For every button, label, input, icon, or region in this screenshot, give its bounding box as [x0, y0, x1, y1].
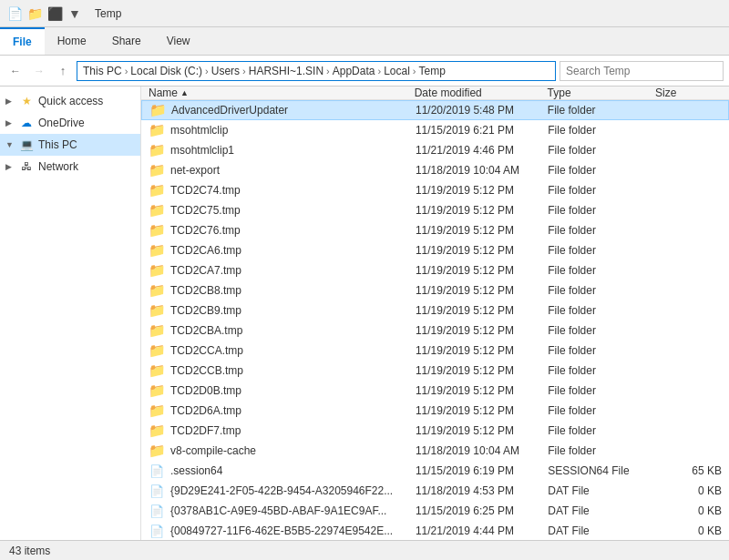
star-icon: ★: [18, 93, 35, 109]
search-input[interactable]: [566, 65, 717, 77]
file-type: File folder: [548, 264, 655, 277]
file-date: 11/19/2019 5:12 PM: [416, 284, 548, 297]
dropdown-arrow-icon[interactable]: ▼: [67, 6, 82, 21]
folder-icon: 📁: [149, 382, 166, 399]
file-name: TCD2C75.tmp: [170, 204, 416, 217]
file-icon-cell: 📁: [149, 242, 165, 259]
table-row[interactable]: 📁 TCD2D6A.tmp 11/19/2019 5:12 PM File fo…: [141, 401, 729, 421]
file-type: DAT File: [548, 504, 655, 517]
sidebar-item-quick-access[interactable]: ▶ ★ Quick access: [0, 90, 140, 112]
path-temp: Temp: [419, 65, 446, 77]
column-header-size[interactable]: Size: [655, 87, 722, 99]
address-bar-area: ← → ↑ This PC › Local Disk (C:) › Users …: [0, 56, 729, 87]
file-icon-cell: 📁: [149, 182, 165, 199]
file-size: 0 KB: [655, 484, 722, 497]
folder-icon: 📁: [149, 142, 166, 158]
table-row[interactable]: 📁 TCD2CA6.tmp 11/19/2019 5:12 PM File fo…: [141, 240, 729, 260]
file-icon-cell: 📁: [149, 342, 165, 359]
table-row[interactable]: 📁 TCD2CCA.tmp 11/19/2019 5:12 PM File fo…: [141, 341, 729, 361]
folder-icon: 📁: [149, 182, 166, 199]
table-row[interactable]: 📁 msohtmlclip 11/15/2019 6:21 PM File fo…: [141, 120, 729, 140]
path-local: Local: [384, 65, 410, 77]
table-row[interactable]: 📁 TCD2CCB.tmp 11/19/2019 5:12 PM File fo…: [141, 361, 729, 381]
folder-icon: 📁: [149, 262, 166, 279]
forward-button[interactable]: →: [29, 61, 49, 81]
file-date: 11/19/2019 5:12 PM: [416, 324, 548, 337]
table-row[interactable]: 📁 TCD2DF7.tmp 11/19/2019 5:12 PM File fo…: [141, 421, 729, 441]
file-icon-cell: 📁: [149, 282, 165, 299]
table-row[interactable]: 📁 TCD2CB9.tmp 11/19/2019 5:12 PM File fo…: [141, 300, 729, 321]
table-row[interactable]: 📄 {00849727-11F6-462E-B5B5-22974E9542E..…: [141, 521, 729, 540]
table-row[interactable]: 📁 TCD2C76.tmp 11/19/2019 5:12 PM File fo…: [141, 220, 729, 240]
expand-arrow-icon: ▶: [5, 162, 16, 171]
file-icon-cell: 📁: [149, 443, 165, 459]
table-row[interactable]: 📁 AdvancedDriverUpdater 11/20/2019 5:48 …: [141, 100, 729, 120]
search-box[interactable]: [560, 61, 724, 81]
sidebar-item-label: Quick access: [38, 95, 103, 107]
folder-icon: 📁: [149, 102, 167, 118]
network-icon: 🖧: [18, 158, 35, 175]
up-button[interactable]: ↑: [53, 61, 73, 81]
folder-icon: 📁: [149, 362, 166, 379]
file-icon-cell: 📁: [149, 382, 165, 399]
file-icon-cell: 📁: [149, 142, 165, 158]
folder-icon: 📁: [149, 302, 166, 319]
file-type: File folder: [548, 364, 655, 377]
table-row[interactable]: 📁 TCD2CBA.tmp 11/19/2019 5:12 PM File fo…: [141, 321, 729, 341]
back-button[interactable]: ←: [5, 61, 26, 81]
file-type: File folder: [548, 404, 655, 417]
file-type: File folder: [548, 164, 655, 177]
file-size: 65 KB: [655, 464, 722, 477]
file-name: msohtmlclip: [170, 124, 416, 137]
file-icon: 📄: [149, 524, 164, 538]
tab-view[interactable]: View: [154, 27, 203, 55]
column-header-name[interactable]: Name ▲: [149, 87, 415, 99]
file-date: 11/19/2019 5:12 PM: [416, 404, 548, 417]
file-date: 11/19/2019 5:12 PM: [416, 424, 548, 437]
table-row[interactable]: 📁 TCD2C74.tmp 11/19/2019 5:12 PM File fo…: [141, 180, 729, 200]
file-name: TCD2CCB.tmp: [170, 364, 416, 377]
file-icon-cell: 📁: [149, 122, 165, 138]
tab-file[interactable]: File: [0, 27, 45, 55]
folder-icon: 📁: [149, 122, 166, 138]
sidebar-item-this-pc[interactable]: ▼ 💻 This PC: [0, 134, 140, 156]
table-row[interactable]: 📁 TCD2CA7.tmp 11/19/2019 5:12 PM File fo…: [141, 260, 729, 280]
table-row[interactable]: 📁 net-export 11/18/2019 10:04 AM File fo…: [141, 160, 729, 180]
file-icon: 📄: [149, 464, 164, 478]
tab-share[interactable]: Share: [99, 27, 154, 55]
file-date: 11/20/2019 5:48 PM: [416, 104, 548, 117]
table-row[interactable]: 📄 {9D29E241-2F05-422B-9454-A3205946F22..…: [141, 481, 729, 501]
file-icon-cell: 📄: [149, 503, 165, 519]
file-name: TCD2C76.tmp: [170, 224, 416, 237]
column-header-type[interactable]: Type: [548, 87, 656, 99]
table-row[interactable]: 📁 TCD2CB8.tmp 11/19/2019 5:12 PM File fo…: [141, 280, 729, 300]
path-local-disk: Local Disk (C:): [130, 65, 202, 77]
file-date: 11/19/2019 5:12 PM: [416, 344, 548, 357]
table-row[interactable]: 📁 TCD2C75.tmp 11/19/2019 5:12 PM File fo…: [141, 200, 729, 220]
file-name: v8-compile-cache: [170, 444, 416, 457]
file-date: 11/19/2019 5:12 PM: [416, 224, 548, 237]
file-type: DAT File: [548, 524, 655, 537]
sidebar-item-network[interactable]: ▶ 🖧 Network: [0, 156, 140, 178]
sidebar-item-onedrive[interactable]: ▶ ☁ OneDrive: [0, 112, 140, 134]
file-date: 11/19/2019 5:12 PM: [416, 264, 548, 277]
table-row[interactable]: 📁 TCD2D0B.tmp 11/19/2019 5:12 PM File fo…: [141, 381, 729, 401]
file-type: File folder: [548, 304, 655, 317]
file-name: {00849727-11F6-462E-B5B5-22974E9542E...: [170, 524, 416, 537]
address-path[interactable]: This PC › Local Disk (C:) › Users › HARS…: [77, 61, 556, 81]
file-type: File folder: [548, 284, 655, 297]
file-rows-container: 📁 AdvancedDriverUpdater 11/20/2019 5:48 …: [141, 100, 729, 540]
column-header-date[interactable]: Date modified: [415, 87, 548, 99]
file-icon: 📄: [149, 484, 164, 498]
table-row[interactable]: 📁 v8-compile-cache 11/18/2019 10:04 AM F…: [141, 441, 729, 461]
table-row[interactable]: 📄 .session64 11/15/2019 6:19 PM SESSION6…: [141, 461, 729, 481]
file-size: 0 KB: [655, 524, 722, 537]
file-name: TCD2D6A.tmp: [170, 404, 416, 417]
tab-home[interactable]: Home: [45, 27, 99, 55]
expand-arrow-icon: ▼: [5, 140, 16, 149]
table-row[interactable]: 📄 {0378AB1C-A9E9-45BD-ABAF-9A1EC9AF... 1…: [141, 501, 729, 521]
file-icon-cell: 📁: [149, 423, 165, 439]
table-row[interactable]: 📁 msohtmlclip1 11/21/2019 4:46 PM File f…: [141, 140, 729, 160]
file-type: SESSION64 File: [548, 464, 655, 477]
file-icon-cell: 📁: [149, 322, 165, 339]
